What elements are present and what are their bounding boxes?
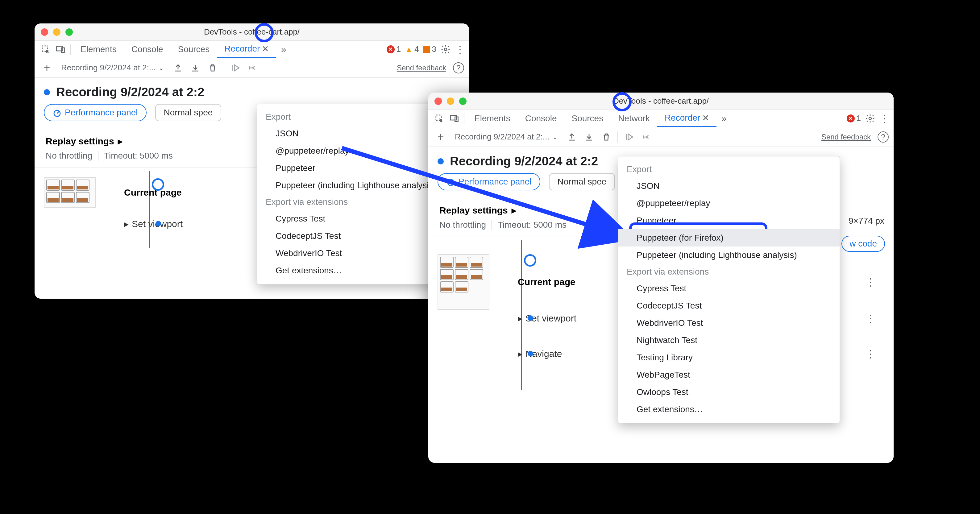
kebab-menu-icon[interactable]: ⋮ — [880, 112, 890, 125]
tab-recorder[interactable]: Recorder ✕ — [217, 41, 276, 58]
export-item-webpagetest[interactable]: WebPageTest — [618, 366, 840, 384]
recording-select[interactable]: Recording 9/2/2024 at 2:... ⌄ — [57, 63, 168, 73]
issue-count: 3 — [432, 45, 436, 54]
window-title: DevTools - coffee-cart.app/ — [35, 27, 469, 37]
inspect-element-icon[interactable] — [432, 114, 447, 123]
device-toggle-icon[interactable] — [447, 114, 461, 123]
export-item-puppeteer-lighthouse[interactable]: Puppeteer (including Lighthouse analysis… — [618, 247, 840, 264]
step-set-viewport[interactable]: ▸ Set viewport — [124, 218, 183, 229]
device-toggle-icon[interactable] — [53, 45, 68, 54]
tab-sources[interactable]: Sources — [564, 110, 611, 127]
export-item-puppeteer-firefox[interactable]: Puppeteer (for Firefox) — [618, 229, 840, 247]
export-item-codeceptjs[interactable]: CodeceptJS Test — [618, 297, 840, 314]
help-icon[interactable]: ? — [878, 131, 889, 143]
recording-select-label: Recording 9/2/2024 at 2:... — [61, 63, 156, 73]
tab-recorder-label: Recorder — [224, 44, 260, 54]
replay-button[interactable] — [622, 130, 636, 145]
send-feedback-link[interactable]: Send feedback — [397, 64, 446, 72]
export-item-puppeteer-replay[interactable]: @puppeteer/replay — [618, 195, 840, 212]
titlebar: DevTools - coffee-cart.app/ — [35, 24, 469, 41]
close-tab-icon[interactable]: ✕ — [702, 113, 709, 123]
performance-panel-label: Performance panel — [458, 177, 531, 187]
delete-button[interactable] — [205, 60, 220, 75]
svg-point-8 — [869, 117, 871, 120]
tab-recorder[interactable]: Recorder ✕ — [657, 110, 716, 127]
issue-count-badge[interactable]: 3 — [423, 45, 436, 54]
performance-panel-button[interactable]: Performance panel — [438, 173, 540, 190]
chevron-right-icon: ▸ — [118, 136, 123, 146]
tab-console[interactable]: Console — [124, 41, 171, 58]
devtools-tabbar: Elements Console Sources Recorder ✕ » ✕1… — [35, 41, 469, 58]
chevron-down-icon: ⌄ — [552, 133, 558, 141]
settings-icon[interactable] — [865, 113, 875, 123]
svg-rect-1 — [57, 46, 63, 51]
new-recording-button[interactable]: + — [433, 130, 448, 145]
inspect-element-icon[interactable] — [38, 45, 53, 54]
export-button[interactable] — [188, 60, 203, 75]
chevron-down-icon: ⌄ — [159, 64, 164, 72]
recorder-toolbar: + Recording 9/2/2024 at 2:... ⌄ Send fee… — [35, 58, 469, 78]
help-icon[interactable]: ? — [453, 62, 464, 73]
error-count-badge[interactable]: ✕1 — [847, 113, 861, 123]
warning-count-badge[interactable]: ▲4 — [405, 45, 419, 54]
import-button[interactable] — [564, 130, 579, 145]
settings-icon[interactable] — [441, 45, 450, 54]
more-tabs-icon[interactable]: » — [276, 44, 291, 55]
delete-button[interactable] — [599, 130, 614, 145]
recorder-toolbar: + Recording 9/2/2024 at 2:... ⌄ Send fee… — [428, 127, 894, 147]
error-count: 1 — [857, 113, 861, 123]
chevron-right-icon: ▸ — [512, 205, 516, 216]
tab-elements[interactable]: Elements — [73, 41, 124, 58]
performance-panel-label: Performance panel — [65, 108, 138, 118]
timeout-value: Timeout: 5000 ms — [98, 151, 173, 161]
import-button[interactable] — [171, 60, 185, 75]
tab-sources[interactable]: Sources — [170, 41, 217, 58]
replay-button[interactable] — [228, 60, 243, 75]
recording-select-label: Recording 9/2/2024 at 2:... — [455, 132, 549, 142]
tab-elements[interactable]: Elements — [467, 110, 518, 127]
svg-rect-6 — [450, 115, 457, 120]
viewport-dimension: 9×774 px — [848, 216, 885, 226]
step-navigate[interactable]: ▸ Navigate — [518, 349, 562, 359]
devtools-tabbar: Elements Console Sources Network Recorde… — [428, 110, 894, 127]
speed-select[interactable]: Normal spee — [155, 104, 221, 121]
close-tab-icon[interactable]: ✕ — [262, 44, 269, 54]
more-tabs-icon[interactable]: » — [716, 113, 731, 124]
warning-count: 4 — [414, 45, 419, 54]
export-item-testing-library[interactable]: Testing Library — [618, 349, 840, 366]
step-button[interactable] — [639, 130, 654, 145]
step-current-page[interactable]: Current page — [124, 187, 182, 198]
step-thumbnail — [438, 254, 489, 310]
step-kebab-icon[interactable]: ⋮ — [865, 348, 876, 360]
timeout-value: Timeout: 5000 ms — [492, 220, 566, 230]
speed-select[interactable]: Normal spee — [549, 173, 615, 190]
kebab-menu-icon[interactable]: ⋮ — [455, 43, 465, 56]
tab-network[interactable]: Network — [611, 110, 657, 127]
svg-point-3 — [444, 48, 447, 51]
export-item-cypress[interactable]: Cypress Test — [618, 280, 840, 297]
export-item-webdriverio[interactable]: WebdriverIO Test — [618, 314, 840, 332]
new-recording-button[interactable]: + — [40, 60, 54, 75]
export-item-json[interactable]: JSON — [618, 177, 840, 195]
export-item-owloops[interactable]: Owloops Test — [618, 384, 840, 401]
recording-select[interactable]: Recording 9/2/2024 at 2:... ⌄ — [450, 132, 562, 142]
step-kebab-icon[interactable]: ⋮ — [865, 276, 876, 288]
step-set-viewport[interactable]: ▸ Set viewport — [518, 313, 576, 324]
performance-panel-button[interactable]: Performance panel — [44, 104, 146, 121]
export-menu[interactable]: Export JSON @puppeteer/replay Puppeteer … — [618, 156, 840, 423]
error-count: 1 — [396, 45, 401, 54]
export-button[interactable] — [582, 130, 597, 145]
export-item-get-extensions[interactable]: Get extensions… — [618, 401, 840, 418]
recording-title: Recording 9/2/2024 at 2:2 — [56, 85, 204, 99]
tab-console[interactable]: Console — [518, 110, 564, 127]
export-ext-section-label: Export via extensions — [618, 264, 840, 280]
step-kebab-icon[interactable]: ⋮ — [865, 312, 876, 325]
error-count-badge[interactable]: ✕1 — [387, 45, 401, 54]
titlebar: DevTools - coffee-cart.app/ — [428, 92, 894, 110]
send-feedback-link[interactable]: Send feedback — [821, 133, 871, 141]
export-item-puppeteer[interactable]: Puppeteer — [618, 212, 840, 229]
show-code-button[interactable]: w code — [842, 236, 885, 252]
export-item-nightwatch[interactable]: Nightwatch Test — [618, 332, 840, 349]
step-current-page[interactable]: Current page — [518, 277, 576, 287]
step-button[interactable] — [245, 60, 260, 75]
